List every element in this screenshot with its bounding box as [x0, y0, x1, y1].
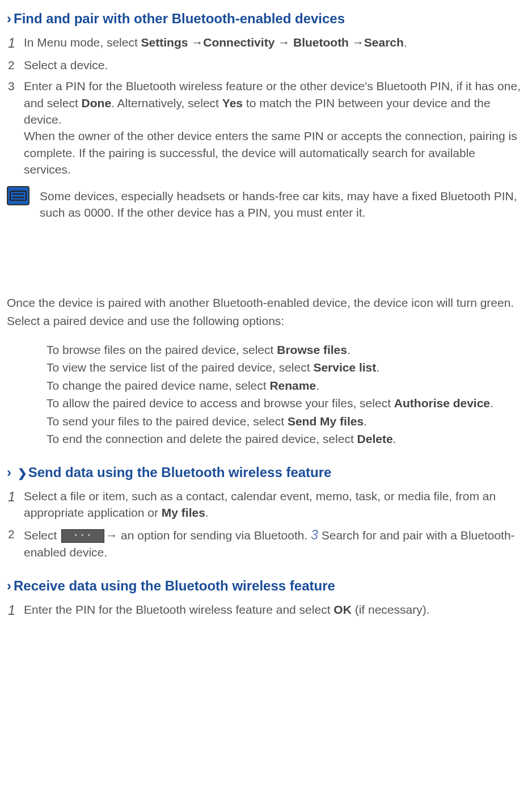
step-number: 3: [7, 78, 24, 94]
step-number: 1: [7, 488, 24, 506]
step-number: 1: [7, 601, 24, 619]
chevron-icon: ›: [7, 11, 11, 26]
text: Select a paired device and use the follo…: [7, 313, 525, 329]
browse-files-label: Browse files: [277, 343, 347, 356]
step-content: Select a device.: [24, 57, 525, 73]
yes-label: Yes: [222, 96, 243, 109]
send-my-files-label: Send My files: [288, 415, 364, 428]
step-content: In Menu mode, select Settings →Connectiv…: [24, 34, 525, 50]
text: Select a file or item, such as a contact…: [24, 490, 496, 519]
step-row: 2 Select → an option for sending via Blu…: [7, 526, 525, 561]
step-content: Enter a PIN for the Bluetooth wireless f…: [24, 78, 525, 178]
text: In Menu mode, select: [24, 36, 141, 49]
text: To browse files on the paired device, se…: [47, 343, 277, 356]
chevron-icon: ›: [7, 578, 11, 593]
option-item: To change the paired device name, select…: [47, 377, 525, 394]
rename-label: Rename: [269, 379, 316, 392]
text: To send your files to the paired device,…: [47, 415, 288, 428]
step-row: 1 Select a file or item, such as a conta…: [7, 488, 525, 521]
text: .: [404, 36, 407, 49]
paired-intro: Once the device is paired with another B…: [7, 294, 525, 329]
step-row: 1 In Menu mode, select Settings →Connect…: [7, 34, 525, 52]
option-item: To end the connection and delete the pai…: [47, 431, 525, 447]
chevron-icon: ›: [7, 465, 11, 480]
text: Select: [24, 529, 60, 542]
step-row: 3 Enter a PIN for the Bluetooth wireless…: [7, 78, 525, 178]
text: To allow the paired device to access and…: [7, 396, 394, 410]
text: To end the connection and delete the pai…: [47, 432, 357, 445]
heading-text: Find and pair with other Bluetooth-enabl…: [14, 11, 345, 26]
text: .: [205, 506, 209, 519]
service-list-label: Service list: [313, 361, 376, 374]
section-heading: ›Find and pair with other Bluetooth-enab…: [7, 9, 525, 28]
step-number: 1: [7, 34, 24, 52]
text: To change the paired device name, select: [47, 379, 269, 392]
heading-text: Receive data using the Bluetooth wireles…: [14, 578, 335, 593]
delete-label: Delete: [357, 432, 393, 445]
more-menu-icon: [61, 529, 104, 543]
my-files-label: My files: [162, 506, 205, 519]
inline-step-number: 3: [311, 528, 318, 542]
step-row: 2 Select a device.: [7, 57, 525, 73]
ok-label: OK: [333, 603, 352, 616]
option-item: To send your files to the paired device,…: [47, 413, 525, 429]
text: When the owner of the other device enter…: [24, 128, 525, 178]
text: (if necessary).: [352, 603, 430, 616]
done-label: Done: [82, 96, 112, 109]
note-block: Some devices, especially headsets or han…: [7, 186, 525, 221]
step-content: Select a file or item, such as a contact…: [24, 488, 525, 521]
step-number: 2: [7, 57, 24, 73]
authorise-device-label: Authorise device: [394, 396, 490, 410]
text: . Alternatively, select: [111, 96, 222, 109]
svg-rect-0: [10, 191, 26, 200]
section-heading: ›Receive data using the Bluetooth wirele…: [7, 576, 525, 596]
step-number: 2: [7, 526, 24, 542]
menu-path: Settings →Connectivity → Bluetooth →Sear…: [141, 36, 404, 49]
note-text: Some devices, especially headsets or han…: [40, 188, 525, 221]
text: Once the device is paired with another B…: [7, 294, 525, 311]
option-item: To view the service list of the paired d…: [47, 359, 525, 375]
options-list: To browse files on the paired device, se…: [7, 341, 525, 447]
note-icon: [7, 186, 29, 205]
step-row: 1 Enter the PIN for the Bluetooth wirele…: [7, 601, 525, 619]
step-content: Enter the PIN for the Bluetooth wireless…: [24, 601, 525, 618]
option-item: To browse files on the paired device, se…: [47, 341, 525, 358]
step-content: Select → an option for sending via Bluet…: [24, 526, 525, 561]
text: Enter the PIN for the Bluetooth wireless…: [24, 603, 333, 616]
heading-text: Send data using the Bluetooth wireless f…: [28, 465, 332, 480]
section-heading: › ❯Send data using the Bluetooth wireles…: [7, 463, 525, 482]
chevron-icon: ❯: [18, 467, 27, 479]
text: To view the service list of the paired d…: [47, 361, 313, 374]
text: → an option for sending via Bluetooth.: [105, 529, 311, 542]
option-item: To allow the paired device to access and…: [47, 395, 525, 411]
